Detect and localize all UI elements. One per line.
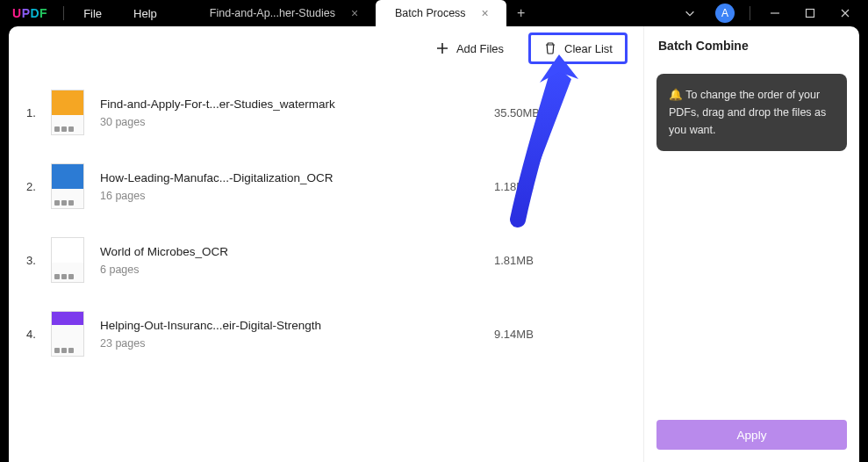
menu-file[interactable]: File: [68, 7, 118, 20]
clear-list-label: Clear List: [564, 42, 613, 55]
close-icon[interactable]: ×: [478, 6, 492, 20]
file-pages: 30 pages: [100, 116, 494, 128]
file-name: World of Microbes_OCR: [100, 245, 494, 258]
list-item[interactable]: 4. Helping-Out-Insuranc...eir-Digital-St…: [26, 297, 643, 371]
file-thumbnail: [51, 237, 84, 283]
row-index: 2.: [26, 180, 51, 193]
apply-button[interactable]: Apply: [656, 420, 847, 450]
chevron-down-icon[interactable]: [672, 0, 707, 26]
file-pages: 23 pages: [100, 337, 494, 350]
clear-list-button[interactable]: Clear List: [528, 32, 628, 64]
close-button[interactable]: [828, 0, 863, 26]
tab-strip: Find-and-Ap...her-Studies × Batch Proces…: [190, 0, 672, 26]
svg-rect-0: [807, 10, 814, 18]
list-item[interactable]: 2. How-Leading-Manufac...-Digitalization…: [26, 149, 643, 223]
app-logo: UPDF: [0, 6, 60, 20]
list-item[interactable]: 1. Find-and-Apply-For-t...er-Studies_wat…: [26, 76, 643, 149]
row-index: 3.: [26, 254, 51, 267]
tab-label: Batch Process: [395, 7, 466, 19]
file-pages: 6 pages: [100, 263, 494, 276]
tab-batch-process[interactable]: Batch Process ×: [376, 0, 506, 26]
file-name: How-Leading-Manufac...-Digitalization_OC…: [100, 171, 494, 184]
file-thumbnail: [51, 163, 84, 209]
file-name: Find-and-Apply-For-t...er-Studies_waterm…: [100, 97, 494, 111]
file-name: Helping-Out-Insuranc...eir-Digital-Stren…: [100, 319, 494, 332]
file-pages: 16 pages: [100, 190, 494, 202]
file-size: 1.81MB: [494, 254, 643, 267]
row-index: 1.: [26, 106, 51, 119]
file-size: 9.14MB: [494, 328, 643, 341]
file-size: 1.18MB: [494, 180, 643, 193]
file-list: 1. Find-and-Apply-For-t...er-Studies_wat…: [9, 70, 643, 462]
file-list-panel: Add Files Clear List 1. Find-and-Apply-F…: [9, 26, 643, 462]
tab-document[interactable]: Find-and-Ap...her-Studies ×: [190, 0, 376, 26]
menu-help[interactable]: Help: [118, 7, 173, 20]
tab-label: Find-and-Ap...her-Studies: [210, 7, 335, 19]
plus-icon: [435, 41, 449, 55]
list-toolbar: Add Files Clear List: [9, 26, 643, 70]
user-avatar[interactable]: A: [707, 0, 742, 26]
file-size: 35.50MB: [494, 106, 643, 119]
new-tab-button[interactable]: +: [506, 0, 536, 26]
workspace: Add Files Clear List 1. Find-and-Apply-F…: [9, 26, 859, 462]
file-thumbnail: [51, 311, 84, 357]
close-icon[interactable]: ×: [348, 6, 362, 20]
title-bar: UPDF File Help Find-and-Ap...her-Studies…: [0, 0, 868, 26]
file-thumbnail: [51, 90, 84, 135]
list-item[interactable]: 3. World of Microbes_OCR 6 pages 1.81MB: [26, 223, 643, 297]
sidebar: Batch Combine 🔔 To change the order of y…: [643, 26, 859, 462]
minimize-button[interactable]: [757, 0, 793, 26]
tip-box: 🔔 To change the order of your PDFs, drag…: [656, 74, 847, 151]
sidebar-title: Batch Combine: [656, 39, 847, 53]
maximize-button[interactable]: [793, 0, 828, 26]
add-files-label: Add Files: [456, 42, 504, 55]
add-files-button[interactable]: Add Files: [427, 36, 513, 61]
trash-icon: [543, 41, 557, 55]
row-index: 4.: [26, 328, 51, 341]
